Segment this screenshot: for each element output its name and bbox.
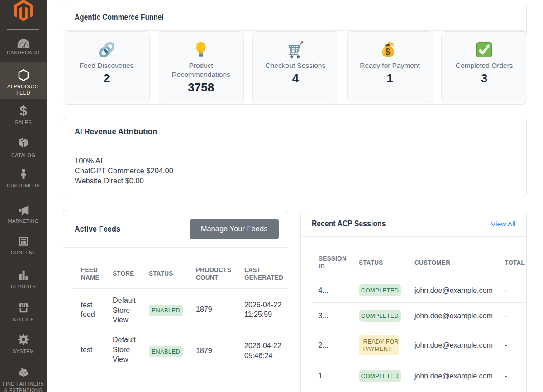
svg-text:$: $ bbox=[385, 47, 391, 57]
